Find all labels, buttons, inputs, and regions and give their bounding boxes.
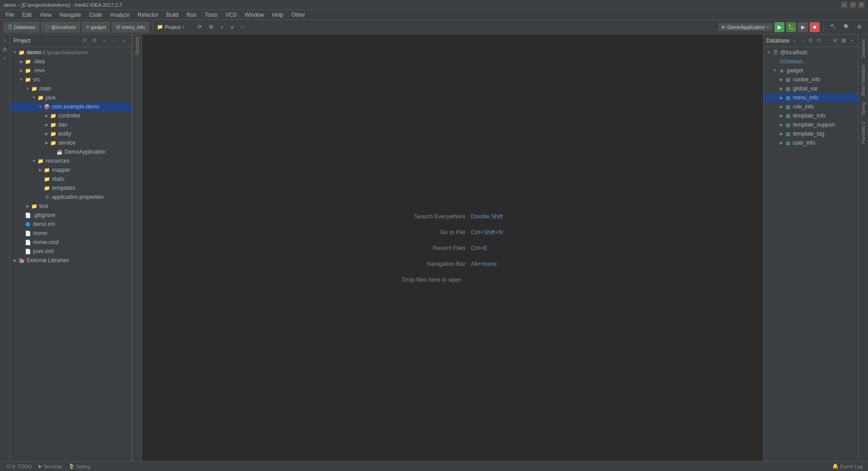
toolbar-settings-button[interactable]: ≡ [228,22,236,33]
menu-refactor[interactable]: Refactor [134,11,162,19]
toolbar-minimize-button[interactable]: − [238,22,246,33]
settings-button[interactable]: ⚙ [854,22,864,33]
structure-label[interactable]: Structure [134,34,141,58]
tree-item-mvn[interactable]: ▶ 📁 .mvn [10,66,132,75]
db-minus-button[interactable]: − [799,37,806,44]
minimize-button[interactable]: – [841,2,847,8]
spring-side-label[interactable]: Spring [860,99,867,118]
db-refresh-button[interactable]: ⟳ [816,37,822,44]
db-item-gadget[interactable]: ▼ ◈ gadget [764,66,858,75]
toolbar-plus-button[interactable]: + [218,22,226,33]
database-side-label[interactable]: Database [860,36,867,61]
menu-edit[interactable]: Edit [19,11,35,19]
menu-file[interactable]: File [2,11,18,19]
toolbar-menuinfo-tab[interactable]: ▦ menu_info [112,22,149,33]
tree-item-pomxml[interactable]: ▶ 📄 pom.xml [10,247,132,256]
debug-button[interactable]: 🐛 [786,22,796,32]
db-more-button[interactable]: ⋯ [824,37,830,44]
cog-button[interactable]: ⚙ [206,22,216,33]
menu-navigate[interactable]: Navigate [56,11,85,19]
tree-item-extlib[interactable]: ▶ 📚 External Libraries [10,256,132,265]
db-item-cookie-info[interactable]: ▶ ▦ cookie_info [764,75,858,84]
run-config-dropdown-icon[interactable]: ▾ [767,25,769,29]
tree-item-main[interactable]: ▼ 📁 main [10,84,132,93]
db-settings-button[interactable]: ⚙ [807,37,814,44]
event-log-item[interactable]: 🔔 Event Log [830,463,864,469]
navigation-bar-row: Navigation Bar Alt+Home [402,260,503,267]
db-item-schemas[interactable]: ▶ Schemas... [764,57,858,66]
project-dropdown-icon[interactable]: ▾ [182,25,184,29]
tree-item-test[interactable]: ▶ 📁 test [10,202,132,211]
favorites-side-label[interactable]: Favorites 2 [860,119,867,146]
db-item-localhost[interactable]: ▼ 🗄 @localhost [764,48,858,57]
menu-code[interactable]: Code [85,11,106,19]
menu-other[interactable]: Other [288,11,309,19]
tree-item-entity[interactable]: ▶ 📁 entity [10,129,132,138]
tree-item-controller[interactable]: ▶ 📁 controller [10,111,132,120]
tree-item-demoapplication[interactable]: ▶ ☕ DemoApplication [10,147,132,156]
menu-window[interactable]: Window [241,11,268,19]
left-icon-3[interactable]: ≡ [1,54,9,62]
db-item-template-tag[interactable]: ▶ ▦ template_tag [764,129,858,138]
menu-tools[interactable]: Tools [201,11,221,19]
tree-item-mvnwcmd[interactable]: ▶ 📄 mvnw.cmd [10,238,132,247]
db-table-button[interactable]: ▦ [840,37,847,44]
db-item-role-info[interactable]: ▶ ▦ role_info [764,102,858,111]
tree-item-idea[interactable]: ▶ 📁 .idea [10,57,132,66]
run-button[interactable]: ▶ [774,22,784,32]
tree-item-gitignore[interactable]: ▶ 📄 .gitignore [10,211,132,220]
db-arrow-user: ▶ [778,141,784,145]
menu-analyze[interactable]: Analyze [107,11,133,19]
toolbar-database-tab[interactable]: 🗄 Database [4,22,39,33]
project-panel-settings[interactable]: ⚙ [91,37,98,44]
toolbar-gadget-tab[interactable]: ◈ gadget [82,22,110,33]
tree-item-static[interactable]: ▶ 📁 static [10,174,132,184]
tree-item-demoiml[interactable]: ▶ 🔷 demo.iml [10,220,132,229]
tree-arrow-demoapplication: ▶ [50,150,56,154]
left-icon-2[interactable]: ⊞ [1,45,9,53]
maximize-button[interactable]: □ [850,2,856,8]
db-item-menu-info[interactable]: ▶ ▦ menu_info [764,93,858,102]
project-panel-close[interactable]: × [121,37,128,44]
db-item-template-support[interactable]: ▶ ▦ template_support [764,120,858,129]
sync-button[interactable]: ⟳ [195,22,204,33]
tree-item-dao[interactable]: ▶ 📁 dao [10,120,132,129]
terminal-tab[interactable]: ▶ Terminal [36,462,65,471]
db-close-button[interactable]: × [849,37,855,44]
stop-button[interactable]: ■ [810,22,820,32]
menu-view[interactable]: View [36,11,55,19]
db-item-template-info[interactable]: ▶ ▦ template_info [764,111,858,120]
menu-vcs[interactable]: VCS [222,11,241,19]
project-panel-expand[interactable]: + [101,37,108,44]
search-everywhere-button[interactable]: 🔍 [841,22,853,33]
db-item-user-info[interactable]: ▶ ▦ user_info [764,138,858,147]
close-button[interactable]: × [859,2,864,8]
tree-item-service[interactable]: ▶ 📁 service [10,138,132,147]
tree-item-resources[interactable]: ▼ 📁 resources [10,156,132,165]
tree-item-package[interactable]: ▼ 📦 com.example.demo [10,102,132,111]
tree-item-demo[interactable]: ▼ 📁 demo E:\project\idea\demo [10,48,132,57]
db-grid-button[interactable]: ⊞ [832,37,839,44]
toolbar-localhost-tab[interactable]: ⬡ @localhost [41,22,80,33]
spring-tab[interactable]: 🍃 Spring [66,462,93,471]
project-panel-sync[interactable]: ⟳ [81,37,88,44]
project-panel-minus[interactable]: − [111,37,118,44]
todo-tab[interactable]: ☑ 6: TODO [4,462,35,471]
tree-item-appprops[interactable]: ▶ ⚙ application.properties [10,193,132,202]
tree-item-mvnw[interactable]: ▶ 📄 mvnw [10,229,132,238]
left-icon-1[interactable]: 1 [1,36,9,44]
menu-help[interactable]: Help [269,11,287,19]
tree-item-java[interactable]: ▼ 📁 java [10,93,132,102]
tree-arrow-src: ▼ [18,77,24,82]
bean-validation-side-label[interactable]: Bean Validation [860,62,867,99]
run-config-icon: ▶ [722,24,726,30]
tree-item-templates[interactable]: ▶ 📁 templates [10,184,132,193]
menu-build[interactable]: Build [163,11,182,19]
tree-item-mapper[interactable]: ▶ 📁 mapper [10,165,132,174]
db-add-button[interactable]: + [791,37,797,44]
build-button[interactable]: 🔨 [827,22,839,33]
coverage-button[interactable]: ▶ [798,22,808,32]
db-item-global-var[interactable]: ▶ ▦ global_var [764,84,858,93]
menu-run[interactable]: Run [183,11,200,19]
tree-item-src[interactable]: ▼ 📁 src [10,75,132,84]
